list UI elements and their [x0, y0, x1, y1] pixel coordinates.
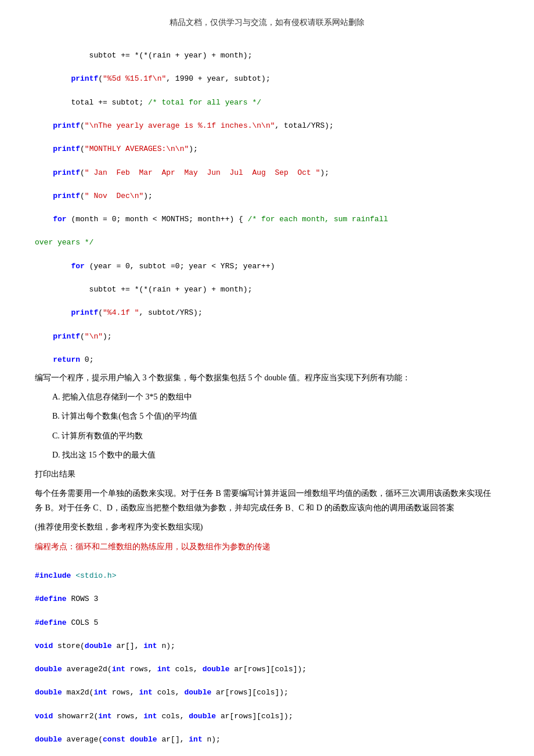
code-block-1: subtot += *(*(rain + year) + month); pri… [35, 38, 499, 366]
item-b: B. 计算出每个数集(包含 5 个值)的平均值 [52, 409, 499, 423]
item-d: D. 找出这 15 个数中的最大值 [52, 448, 499, 462]
prose-section: 编写一个程序，提示用户输入 3 个数据集，每个数据集包括 5 个 double … [35, 370, 499, 385]
item-c: C. 计算所有数值的平均数 [52, 429, 499, 443]
prose-highlight: 编程考点：循环和二维数组的熟练应用，以及数组作为参数的传递 [35, 539, 499, 554]
code-block-2: #include <stdio.h> #define ROWS 3 #defin… [35, 559, 499, 756]
prose-note: (推荐使用变长数组，参考程序为变长数组实现) [35, 520, 499, 534]
page-header: 精品文档，仅供学习与交流，如有侵权请联系网站删除 [35, 17, 499, 28]
print-result: 打印出结果 [35, 467, 499, 481]
item-a: A. 把输入信息存储到一个 3*5 的数组中 [52, 390, 499, 404]
prose-description: 每个任务需要用一个单独的函数来实现。对于任务 B 需要编写计算并返回一维数组平均… [35, 486, 499, 515]
prose-intro: 编写一个程序，提示用户输入 3 个数据集，每个数据集包括 5 个 double … [35, 373, 410, 382]
header-text: 精品文档，仅供学习与交流，如有侵权请联系网站删除 [169, 18, 365, 27]
